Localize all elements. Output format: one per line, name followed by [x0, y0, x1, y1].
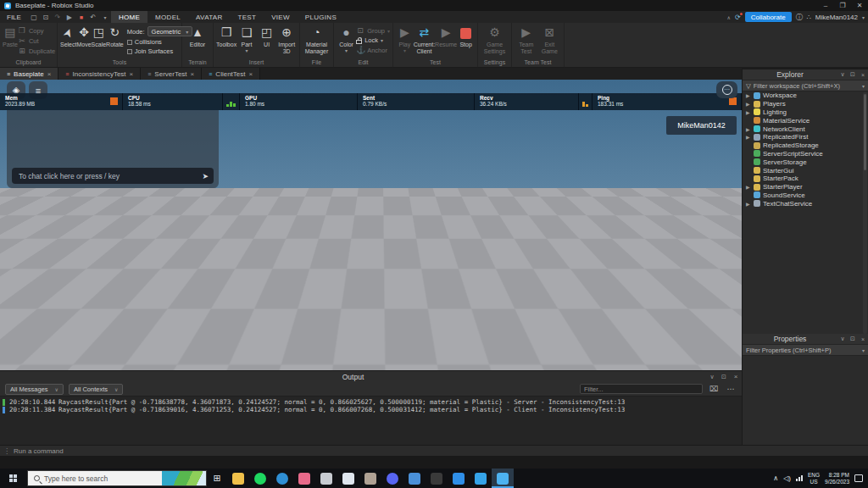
explorer-item[interactable]: ReplicatedStorage [743, 141, 868, 150]
stat-recv[interactable]: Recv 36.24 KB/s [475, 93, 579, 110]
taskbar-app-spotify[interactable] [249, 469, 271, 488]
collapse-ribbon-icon[interactable]: ∧ [727, 14, 731, 20]
stat-sent[interactable]: Sent 0.79 KB/s [358, 93, 475, 110]
chevron-down-icon[interactable]: ∨ [837, 71, 848, 78]
action-center-icon[interactable] [854, 474, 863, 482]
log-line[interactable]: 20:28:11.384 RaycastResult{Part @ -0.718… [0, 406, 742, 413]
color-button[interactable]: ●Color▾ [337, 25, 356, 53]
document-tab[interactable]: ≡ InconsistencyTest × [58, 68, 141, 80]
expand-arrow-icon[interactable]: ▶ [746, 92, 751, 98]
resume-button[interactable]: ▶Resume [435, 25, 457, 48]
clear-output-icon[interactable]: ⌧ [708, 385, 720, 393]
network-icon[interactable] [796, 475, 803, 481]
terrain-editor-button[interactable]: ▲Editor [185, 25, 210, 48]
player-list-name[interactable]: MikeMan0142 [666, 116, 737, 135]
group-button[interactable]: ⊡Group▾ [356, 26, 390, 35]
exit-game-button[interactable]: ⊠Exit Game [538, 25, 562, 54]
task-view-icon[interactable]: ⊞ [207, 473, 227, 484]
tray-chevron-icon[interactable]: ∧ [773, 474, 778, 482]
document-tab[interactable]: ≡ ClientTest × [202, 68, 260, 80]
menu-tab[interactable]: VIEW [264, 11, 298, 23]
stat-gpu[interactable]: GPU 1.80 ms [240, 93, 358, 110]
taskbar-search[interactable]: Type here to search [27, 470, 207, 486]
info-icon[interactable]: ⓘ [796, 13, 803, 22]
expand-arrow-icon[interactable]: ▶ [746, 101, 751, 107]
language-indicator[interactable]: ENGUS [808, 472, 820, 485]
share-icon[interactable]: ∴ [807, 14, 811, 21]
close-button[interactable]: ✕ [851, 0, 868, 11]
taskbar-app-roblox-studio[interactable] [470, 469, 492, 488]
undo-icon[interactable]: ↶ [87, 11, 99, 23]
properties-filter[interactable]: Filter Properties (Ctrl+Shift+P) ▾ [743, 345, 868, 356]
log-line[interactable]: 20:28:10.844 RaycastResult{Part @ -0.718… [0, 398, 742, 406]
duplicate-button[interactable]: ⊞Duplicate [18, 47, 55, 55]
minimize-button[interactable]: – [817, 0, 834, 11]
explorer-item[interactable]: ▶ Players [743, 100, 868, 108]
search-highlight-image[interactable] [162, 471, 206, 486]
stop-button[interactable]: Stop [457, 25, 475, 48]
command-input[interactable] [14, 447, 868, 455]
chevron-down-icon[interactable]: ∨ [706, 374, 718, 380]
explorer-item[interactable]: ▶ TextChatService [743, 199, 868, 208]
explorer-item[interactable]: ▶ NetworkClient [743, 125, 868, 133]
explorer-item[interactable]: ▶ ReplicatedFirst [743, 133, 868, 141]
explorer-item[interactable]: StarterGui [743, 166, 868, 175]
document-tab[interactable]: ≡ Baseplate × [0, 68, 58, 80]
menu-tab[interactable]: HOME [111, 11, 147, 23]
expand-arrow-icon[interactable]: ▶ [746, 201, 751, 207]
file-menu-button[interactable]: FILE [0, 11, 28, 23]
user-menu-caret-icon[interactable]: ▾ [862, 14, 865, 20]
chat-send-icon[interactable]: ➤ [202, 172, 209, 180]
explorer-item[interactable]: SoundService [743, 191, 868, 200]
taskbar-app-roblox-player[interactable] [426, 469, 448, 488]
menu-tab[interactable]: AVATAR [188, 11, 230, 23]
volume-icon[interactable]: ◁) [783, 474, 791, 482]
tab-close-icon[interactable]: × [130, 70, 134, 78]
expand-arrow-icon[interactable]: ▶ [746, 109, 751, 115]
chat-input[interactable] [12, 168, 214, 184]
more-options-icon[interactable]: ⋯ [725, 385, 737, 393]
close-panel-icon[interactable]: × [730, 373, 742, 380]
explorer-filter[interactable]: ▽ Filter workspace (Ctrl+Shift+X) ▾ [743, 80, 868, 92]
player-avatar[interactable] [341, 203, 395, 302]
taskbar-app-gimp[interactable] [359, 469, 381, 488]
taskbar-app-roblox-studio-active[interactable] [492, 469, 514, 488]
taskbar-app-notepad[interactable] [337, 469, 359, 488]
explorer-item[interactable]: ▶ Workspace [743, 92, 868, 100]
taskbar-app-messages[interactable] [315, 469, 337, 488]
taskbar-app-edge[interactable] [271, 469, 293, 488]
explorer-item[interactable]: StarterPack [743, 175, 868, 183]
import-3d-button[interactable]: ⊕Import 3D [276, 25, 297, 54]
select-tool-button[interactable]: ➤Select [60, 25, 76, 48]
stop-icon[interactable]: ■ [75, 11, 87, 23]
redo-icon[interactable]: ↷ [52, 11, 64, 23]
output-filter-input[interactable] [580, 384, 703, 394]
viewport-3d[interactable]: ◈ ≡ Mem 2023.89 MB CPU 18.58 ms GPU 1.80… [0, 80, 742, 370]
part-button[interactable]: ❑Part▾ [236, 25, 257, 53]
taskbar-app-discord[interactable] [381, 469, 403, 488]
explorer-item[interactable]: ▶ StarterPlayer [743, 183, 868, 191]
menu-tab[interactable]: TEST [231, 11, 264, 23]
tab-close-icon[interactable]: × [47, 70, 52, 78]
contexts-filter-dropdown[interactable]: All Contexts∨ [69, 384, 123, 395]
cut-button[interactable]: ✂Cut [18, 36, 55, 45]
user-menu[interactable]: MikeMan0142 [815, 14, 858, 21]
play-icon[interactable]: ▶ [64, 11, 75, 23]
menu-tab[interactable]: PLUGINS [298, 11, 344, 23]
maximize-button[interactable]: ❐ [834, 0, 851, 11]
expand-arrow-icon[interactable]: ▶ [746, 134, 751, 140]
tab-close-icon[interactable]: × [248, 70, 253, 78]
scale-tool-button[interactable]: ◳Scale [92, 25, 107, 48]
explorer-scrollbar[interactable] [863, 92, 867, 334]
drag-grip-icon[interactable]: ⋮ [0, 447, 14, 455]
play-button[interactable]: ▶Play▾ [396, 25, 414, 53]
document-arrow-icon[interactable]: ⊡ [40, 11, 52, 23]
expand-arrow-icon[interactable]: ▶ [746, 126, 751, 132]
copy-button[interactable]: ❐Copy [18, 26, 55, 35]
taskbar-app-file-explorer[interactable] [227, 469, 249, 488]
clock[interactable]: 8:28 PM9/26/2023 [825, 472, 849, 485]
anchor-button[interactable]: ⚓Anchor [356, 46, 390, 54]
current-client-button[interactable]: ⇄Current: Client [414, 25, 435, 54]
material-manager-button[interactable]: ◔Material Manager [303, 25, 331, 54]
game-settings-button[interactable]: ⚙Game Settings [481, 25, 509, 54]
